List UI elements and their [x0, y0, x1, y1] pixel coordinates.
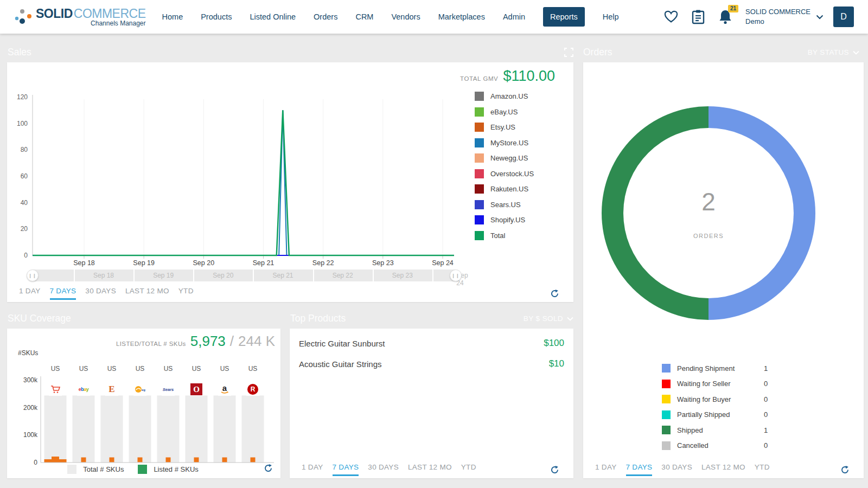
orders-panel-header: Orders BY STATUS: [583, 47, 859, 58]
tab-last-12-mo[interactable]: LAST 12 MO: [408, 463, 452, 476]
tab-1-day[interactable]: 1 DAY: [19, 287, 41, 300]
logo[interactable]: SOLIDCOMMERCE Channels Manager: [14, 7, 146, 27]
status-label: Pending Shipment: [677, 364, 764, 373]
heart-icon: [664, 10, 678, 24]
svg-text:60: 60: [21, 172, 28, 180]
tab-1-day[interactable]: 1 DAY: [302, 463, 323, 476]
avatar[interactable]: D: [833, 7, 854, 27]
nav-item-vendors[interactable]: Vendors: [391, 12, 420, 21]
legend-label: Newegg.US: [490, 154, 528, 162]
account-subname: Demo: [745, 17, 810, 27]
orders-status-filter[interactable]: BY STATUS: [808, 48, 859, 56]
legend-swatch: [475, 184, 484, 194]
nav-item-marketplaces[interactable]: Marketplaces: [438, 12, 485, 21]
scrubber-handle-right[interactable]: ❙❙: [450, 269, 462, 281]
nav-item-reports[interactable]: Reports: [543, 7, 585, 27]
top-products-sort-filter[interactable]: BY $ SOLD: [524, 314, 573, 323]
product-name: Electric Guitar Sunburst: [299, 339, 385, 348]
nav-item-products[interactable]: Products: [201, 12, 232, 21]
scrubber-separator: [253, 269, 254, 281]
sales-panel-header: Sales: [8, 47, 573, 58]
order-status-row: Shipped1: [662, 426, 797, 434]
legend-label: MyStore.US: [490, 139, 528, 147]
legend-item-sears-us: Sears.US: [475, 200, 534, 209]
svg-text:Sep 18: Sep 18: [73, 259, 95, 267]
tab-7-days[interactable]: 7 DAYS: [50, 287, 76, 300]
legend-swatch: [475, 138, 484, 147]
svg-text:US: US: [107, 365, 117, 373]
legend-label: Etsy.US: [490, 123, 515, 131]
legend-swatch: [475, 169, 484, 178]
legend-swatch: [138, 465, 147, 474]
scrubber-track[interactable]: Sep 18Sep 19Sep 20Sep 21Sep 22Sep 23Sep …: [33, 269, 456, 281]
tasks-button[interactable]: [691, 10, 705, 24]
svg-text:200k: 200k: [23, 404, 38, 412]
tab-ytd[interactable]: YTD: [755, 463, 770, 476]
status-count: 0: [764, 380, 768, 388]
tab-7-days[interactable]: 7 DAYS: [626, 463, 653, 476]
svg-text:40: 40: [21, 199, 28, 207]
tab-ytd[interactable]: YTD: [178, 287, 194, 300]
listed-total-label: LISTED/TOTAL # SKUs: [116, 341, 186, 347]
logo-dots-icon: [14, 7, 33, 26]
top-products-title: Top Products: [290, 313, 346, 324]
legend-item-overstock-us: Overstock.US: [475, 169, 534, 178]
tab-30-days[interactable]: 30 DAYS: [85, 287, 116, 300]
sku-bar-chart: 0100k200k300kUSUSUSUSUSUSUSUS: [7, 361, 280, 467]
refresh-icon[interactable]: [550, 289, 559, 298]
status-label: Waiting for Buyer: [677, 395, 764, 403]
refresh-icon[interactable]: [264, 464, 273, 473]
svg-text:Sep 20: Sep 20: [193, 259, 215, 267]
tab-last-12-mo[interactable]: LAST 12 MO: [125, 287, 169, 300]
svg-text:US: US: [220, 365, 229, 373]
nav-item-orders[interactable]: Orders: [314, 12, 337, 21]
tab-30-days[interactable]: 30 DAYS: [661, 463, 692, 476]
svg-text:300k: 300k: [23, 376, 38, 384]
nav-item-crm[interactable]: CRM: [355, 12, 373, 21]
legend-item-newegg-us: Newegg.US: [475, 153, 534, 163]
chevron-down-icon: [853, 50, 859, 55]
refresh-icon[interactable]: [550, 465, 559, 474]
listed-skus-value: 5,973: [190, 333, 226, 350]
svg-text:100: 100: [17, 120, 28, 127]
tab-last-12-mo[interactable]: LAST 12 MO: [701, 463, 745, 476]
legend-label: Overstock.US: [490, 170, 534, 178]
status-swatch: [662, 426, 671, 434]
top-nav: SOLIDCOMMERCE Channels Manager HomeProdu…: [0, 0, 868, 34]
legend-label: Rakuten.US: [490, 185, 528, 193]
orders-title: Orders: [583, 47, 612, 58]
svg-text:US: US: [164, 365, 173, 373]
tab-7-days[interactable]: 7 DAYS: [333, 463, 359, 476]
tab-30-days[interactable]: 30 DAYS: [368, 463, 399, 476]
legend-item-etsy-us: Etsy.US: [475, 123, 534, 132]
refresh-icon[interactable]: [840, 465, 850, 474]
sku-chart-legend: Total # SKUsListed # SKUs: [7, 465, 259, 474]
legend-label: Total: [490, 232, 505, 240]
sku-legend-item: Total # SKUs: [67, 465, 124, 474]
tab-1-day[interactable]: 1 DAY: [595, 463, 617, 476]
account-menu[interactable]: SOLID COMMERCE Demo D: [745, 7, 854, 27]
svg-text:Sep 21: Sep 21: [253, 259, 275, 267]
sales-line-chart: Sep 18Sep 19Sep 20Sep 21Sep 22Sep 23Sep …: [7, 89, 468, 271]
nav-item-listed-online[interactable]: Listed Online: [250, 12, 296, 21]
svg-text:Sep 24: Sep 24: [432, 259, 454, 267]
scrubber-handle-left[interactable]: ❙❙: [27, 269, 39, 281]
legend-label: Shopify.US: [490, 216, 525, 224]
nav-item-admin[interactable]: Admin: [503, 12, 525, 21]
logo-wordmark: SOLIDCOMMERCE: [36, 7, 146, 21]
nav-item-home[interactable]: Home: [162, 12, 183, 21]
notifications-button[interactable]: 21: [718, 10, 732, 24]
total-gmv-value: $110.00: [503, 68, 555, 85]
expand-icon[interactable]: [564, 48, 573, 57]
legend-swatch: [475, 153, 484, 163]
legend-item-mystore-us: MyStore.US: [475, 138, 534, 147]
clipboard-icon: [692, 9, 705, 24]
nav-item-help[interactable]: Help: [603, 12, 619, 21]
svg-text:20: 20: [21, 225, 28, 233]
date-range-scrubber[interactable]: Sep 18Sep 19Sep 20Sep 21Sep 22Sep 23Sep …: [27, 269, 462, 281]
svg-text:US: US: [248, 365, 258, 373]
sku-coverage-panel: LISTED/TOTAL # SKUs 5,973 / 244 K #SKUs …: [7, 329, 280, 478]
favorites-button[interactable]: [664, 10, 678, 24]
legend-swatch: [475, 215, 484, 224]
tab-ytd[interactable]: YTD: [461, 463, 476, 476]
